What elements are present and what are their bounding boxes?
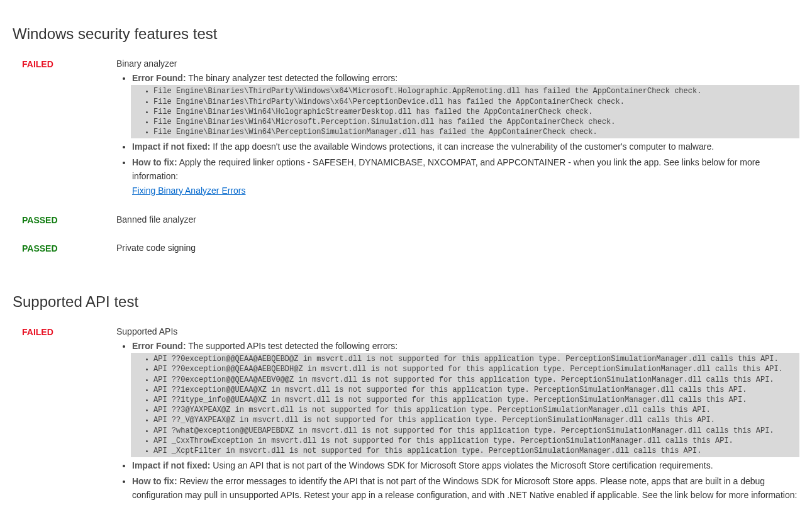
error-line: API ??1type_info@@UEAA@XZ in msvcrt.dll … bbox=[146, 395, 794, 405]
error-line: File Engine\Binaries\Win64\PerceptionSim… bbox=[146, 127, 794, 137]
test-name: Binary analyzer bbox=[116, 58, 799, 69]
test-name: Supported APIs bbox=[116, 326, 799, 336]
error-line: File Engine\Binaries\Win64\HolographicSt… bbox=[146, 107, 794, 117]
impact-item: Impact if not fixed: If the app doesn't … bbox=[132, 140, 799, 153]
test-detail: Binary analyzer Error Found: The binary … bbox=[116, 58, 799, 199]
error-line: API ?what@exception@@UEBAPEBDXZ in msvcr… bbox=[146, 426, 794, 436]
error-line: File Engine\Binaries\ThirdParty\Windows\… bbox=[146, 86, 794, 96]
status-badge: FAILED bbox=[22, 326, 116, 505]
status-badge: PASSED bbox=[22, 243, 116, 255]
error-line: File Engine\Binaries\ThirdParty\Windows\… bbox=[146, 97, 794, 107]
impact-text: If the app doesn't use the available Win… bbox=[210, 142, 714, 152]
test-detail: Banned file analyzer bbox=[116, 214, 799, 227]
error-code-list: API ??0exception@@QEAA@AEBQEBD@Z in msvc… bbox=[131, 353, 799, 457]
test-row: FAILED Supported APIs Error Found: The s… bbox=[13, 326, 799, 505]
test-detail: Supported APIs Error Found: The supporte… bbox=[116, 326, 799, 505]
error-found-label: Error Found: bbox=[132, 73, 186, 83]
section-title: Windows security features test bbox=[13, 25, 799, 43]
error-found-item: Error Found: The binary analyzer test de… bbox=[132, 71, 799, 138]
fix-label: How to fix: bbox=[132, 476, 177, 486]
error-found-text: The supported APIs test detected the fol… bbox=[186, 341, 398, 351]
error-line: API ??0exception@@QEAA@AEBQEBD@Z in msvc… bbox=[146, 354, 794, 364]
test-name: Private code signing bbox=[116, 243, 799, 253]
status-badge: PASSED bbox=[22, 214, 116, 227]
test-detail: Private code signing bbox=[116, 243, 799, 255]
error-line: API _XcptFilter in msvcrt.dll is not sup… bbox=[146, 446, 794, 456]
error-line: API ??1exception@@UEAA@XZ in msvcrt.dll … bbox=[146, 385, 794, 395]
test-row: PASSED Banned file analyzer bbox=[13, 214, 799, 227]
status-badge: FAILED bbox=[22, 58, 116, 199]
test-row: PASSED Private code signing bbox=[13, 243, 799, 255]
impact-label: Impact if not fixed: bbox=[132, 460, 210, 470]
error-line: API _CxxThrowException in msvcrt.dll is … bbox=[146, 436, 794, 446]
fix-text: Apply the required linker options - SAFE… bbox=[132, 157, 760, 181]
impact-item: Impact if not fixed: Using an API that i… bbox=[132, 458, 799, 472]
test-name: Banned file analyzer bbox=[116, 214, 799, 225]
section-title: Supported API test bbox=[13, 293, 799, 311]
error-found-item: Error Found: The supported APIs test det… bbox=[132, 339, 799, 457]
error-found-text: The binary analyzer test detected the fo… bbox=[186, 73, 398, 83]
error-line: API ??3@YAXPEAX@Z in msvcrt.dll is not s… bbox=[146, 405, 794, 415]
fix-item: How to fix: Apply the required linker op… bbox=[132, 155, 799, 197]
error-line: API ??0exception@@QEAA@AEBQEBDH@Z in msv… bbox=[146, 364, 794, 374]
fix-label: How to fix: bbox=[132, 157, 177, 167]
error-code-list: File Engine\Binaries\ThirdParty\Windows\… bbox=[131, 85, 799, 138]
error-found-label: Error Found: bbox=[132, 341, 186, 351]
error-line: API ??0exception@@QEAA@AEBV0@@Z in msvcr… bbox=[146, 375, 794, 385]
test-row: FAILED Binary analyzer Error Found: The … bbox=[13, 58, 799, 199]
fix-text: Review the error messages to identify th… bbox=[132, 476, 797, 500]
fix-link[interactable]: Fixing Binary Analyzer Errors bbox=[132, 186, 246, 196]
error-line: API ??_V@YAXPEAX@Z in msvcrt.dll is not … bbox=[146, 415, 794, 425]
error-line: File Engine\Binaries\Win64\Microsoft.Per… bbox=[146, 117, 794, 127]
fix-item: How to fix: Review the error messages to… bbox=[132, 474, 799, 505]
impact-label: Impact if not fixed: bbox=[132, 142, 210, 152]
impact-text: Using an API that is not part of the Win… bbox=[210, 460, 713, 470]
